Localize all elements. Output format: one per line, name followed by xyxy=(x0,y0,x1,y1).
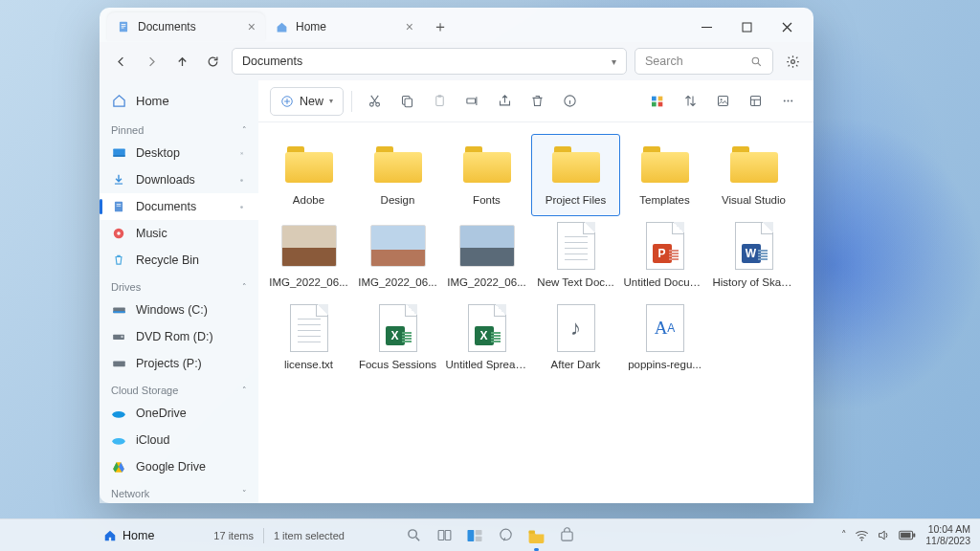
item-label: Adobe xyxy=(268,194,350,206)
grid-item[interactable]: New Text Doc... xyxy=(531,216,620,298)
svg-point-15 xyxy=(240,206,243,209)
home-icon xyxy=(103,529,117,542)
svg-rect-9 xyxy=(113,155,125,156)
sidebar-item-onedrive[interactable]: OneDrive xyxy=(100,400,258,427)
refresh-button[interactable] xyxy=(201,50,224,73)
share-button[interactable] xyxy=(490,87,519,116)
item-label: Design xyxy=(357,194,439,206)
sidebar-item-music[interactable]: Music xyxy=(100,220,258,247)
svg-rect-14 xyxy=(117,206,122,207)
path-input[interactable]: Documents ▾ xyxy=(232,48,627,75)
folder-icon xyxy=(459,141,515,187)
item-label: IMG_2022_06... xyxy=(268,276,350,288)
back-button[interactable] xyxy=(109,50,132,73)
grid-item[interactable]: Fonts xyxy=(442,134,531,216)
item-label: History of Skate... xyxy=(713,276,795,288)
grid-item[interactable]: XUntitled Spreads... xyxy=(442,298,531,381)
grid-item[interactable]: license.txt xyxy=(264,298,353,381)
grid-item[interactable]: Templates xyxy=(620,134,709,216)
chevron-down-icon[interactable]: ▾ xyxy=(612,56,616,67)
tab-home[interactable]: Home × xyxy=(265,12,423,41)
grid-item[interactable]: ♪After Dark xyxy=(531,298,620,381)
chevron-down-icon: ˅ xyxy=(242,489,247,498)
photo3-icon xyxy=(459,223,515,269)
chevron-up-icon[interactable]: ˄ xyxy=(841,529,847,541)
paste-button[interactable] xyxy=(425,87,454,116)
grid-item[interactable]: Visual Studio xyxy=(709,134,798,216)
grid-item[interactable]: XFocus Sessions xyxy=(353,298,442,381)
close-icon[interactable]: × xyxy=(248,19,256,34)
layout-button[interactable] xyxy=(741,87,769,116)
widgets-icon[interactable] xyxy=(464,525,485,546)
svg-point-11 xyxy=(240,179,243,182)
cut-button[interactable] xyxy=(360,87,389,116)
tab-documents[interactable]: Documents × xyxy=(107,12,265,41)
home-icon xyxy=(111,93,126,108)
sidebar-pinned-header[interactable]: Pinned˄ xyxy=(100,117,258,140)
sidebar-item-recycle-bin[interactable]: Recycle Bin xyxy=(100,247,258,274)
sidebar-item-drive-c[interactable]: Windows (C:) xyxy=(100,297,258,323)
grid-item[interactable]: IMG_2022_06... xyxy=(264,216,353,298)
sidebar-item-desktop[interactable]: Desktop xyxy=(100,140,258,166)
forward-button[interactable] xyxy=(140,50,163,73)
sort-order-button[interactable] xyxy=(676,87,704,116)
svg-rect-32 xyxy=(466,99,475,103)
grid-item[interactable]: Adobe xyxy=(264,134,353,216)
sidebar-item-downloads[interactable]: Downloads xyxy=(100,166,258,193)
sort-button[interactable] xyxy=(643,87,672,116)
rename-button[interactable] xyxy=(457,87,486,116)
chevron-up-icon: ˄ xyxy=(242,386,247,395)
wifi-icon[interactable] xyxy=(855,529,869,541)
battery-icon[interactable] xyxy=(899,530,916,540)
system-tray[interactable]: ˄ xyxy=(841,529,916,541)
explorer-icon[interactable] xyxy=(525,525,546,546)
new-button[interactable]: New ▾ xyxy=(270,87,344,116)
search-icon[interactable] xyxy=(403,525,424,546)
sidebar-network-header[interactable]: Network˅ xyxy=(100,480,258,503)
info-button[interactable] xyxy=(555,87,584,116)
store-icon[interactable] xyxy=(556,525,577,546)
new-tab-button[interactable]: ＋ xyxy=(429,15,452,38)
grid-item[interactable]: WHistory of Skate... xyxy=(709,216,798,298)
grid-item[interactable]: PUntitled Docum... xyxy=(620,216,709,298)
grid-item[interactable]: Design xyxy=(353,134,442,216)
sidebar-item-drive-p[interactable]: Projects (P:) xyxy=(100,350,258,377)
music-icon xyxy=(111,226,126,241)
file-grid[interactable]: AdobeDesignFontsProject FilesTemplatesVi… xyxy=(258,122,813,503)
volume-icon[interactable] xyxy=(877,529,891,541)
search-input[interactable]: Search xyxy=(635,48,773,75)
close-icon[interactable]: × xyxy=(406,19,413,34)
grid-item[interactable]: IMG_2022_06... xyxy=(353,216,442,298)
grid-item[interactable]: AApoppins-regu... xyxy=(620,298,709,381)
close-window-button[interactable] xyxy=(768,12,806,41)
item-label: Focus Sessions xyxy=(357,359,439,370)
view-button[interactable] xyxy=(708,87,737,116)
task-view-icon[interactable] xyxy=(434,525,455,546)
maximize-button[interactable] xyxy=(727,12,766,41)
minimize-button[interactable] xyxy=(687,12,725,41)
downloads-icon xyxy=(111,172,126,187)
sidebar-item-icloud[interactable]: iCloud xyxy=(100,427,258,453)
pin-icon[interactable] xyxy=(236,148,247,159)
svg-rect-35 xyxy=(658,96,663,100)
grid-item[interactable]: Project Files xyxy=(531,134,620,216)
delete-button[interactable] xyxy=(523,87,551,116)
taskbar-home[interactable]: Home xyxy=(103,529,154,542)
more-button[interactable] xyxy=(773,87,802,116)
pin-icon[interactable] xyxy=(236,202,247,212)
chat-icon[interactable] xyxy=(495,525,516,546)
sidebar-home[interactable]: Home xyxy=(100,84,258,117)
settings-button[interactable] xyxy=(781,50,804,73)
svg-rect-47 xyxy=(468,530,475,541)
sidebar-item-drive-d[interactable]: DVD Rom (D:) xyxy=(100,323,258,350)
sidebar-item-gdrive[interactable]: Google Drive xyxy=(100,453,258,480)
sidebar-drives-header[interactable]: Drives˄ xyxy=(100,274,258,297)
pin-icon[interactable] xyxy=(236,175,247,186)
sidebar-item-documents[interactable]: Documents xyxy=(100,193,258,220)
copy-button[interactable] xyxy=(392,87,421,116)
up-button[interactable] xyxy=(170,50,193,73)
clock[interactable]: 10:04 AM 11/8/2023 xyxy=(925,524,970,546)
grid-item[interactable]: IMG_2022_06... xyxy=(442,216,531,298)
sidebar-cloud-header[interactable]: Cloud Storage˄ xyxy=(100,377,258,400)
chevron-down-icon: ▾ xyxy=(329,97,333,105)
